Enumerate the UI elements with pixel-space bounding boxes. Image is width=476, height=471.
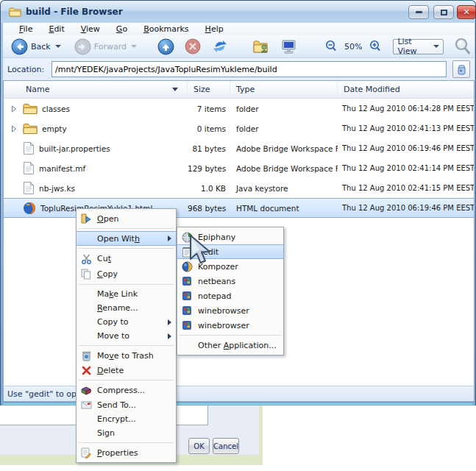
file-type: folder [230,124,338,133]
status-bar: Use "gedit" to open [3,386,475,402]
zoom-out-button[interactable] [322,38,340,54]
context-move-to-trash[interactable]: Move to Trash [77,348,176,363]
location-edit-button[interactable] [452,60,470,78]
context-open[interactable]: Open [77,211,176,226]
open-with-notepad[interactable]: notepad [177,288,283,303]
context-copy-to[interactable]: Copy to [77,315,176,329]
file-type: HTML document [230,204,338,213]
reload-button[interactable] [209,36,231,57]
view-mode-select[interactable]: List View [393,39,444,54]
context-compress[interactable]: Compress... [77,383,176,397]
list-header: Name Size Type Date Modified [4,81,474,99]
file-size: 1.0 KB [188,184,230,193]
menubar: File Edit View Go Bookmarks Help [3,23,475,35]
table-row[interactable]: nb-jws.ks 1.0 KB Java keystore Thu 12 Au… [4,178,474,198]
expander-icon[interactable] [10,125,18,132]
menu-file[interactable]: File [13,24,39,35]
location-input[interactable]: /mnt/YEDEK/javaProjects/JavaTopluResimYu… [51,61,447,77]
context-send-to[interactable]: Send To... [77,397,176,412]
file-size: 0 items [188,124,230,133]
stop-button[interactable] [182,37,203,56]
trash-icon [79,350,93,361]
maximize-button[interactable] [433,5,454,19]
context-rename[interactable]: Rename... [77,301,176,315]
ok-button[interactable]: OK [188,438,210,454]
minimize-button[interactable] [408,5,429,19]
file-type: Java keystore [230,184,338,193]
context-make-link[interactable]: Make Link [77,287,176,301]
context-open-with[interactable]: Open With [77,231,176,246]
file-modified: Thu 12 Aug 2010 06:19:46 PM EEST [338,204,474,212]
table-row[interactable]: classes 7 items folder Thu 12 Aug 2010 0… [4,99,474,118]
windows-app-icon [180,275,193,287]
zoom-in-button[interactable] [366,38,384,54]
location-edit-icon [457,64,466,75]
context-delete[interactable]: Delete [77,363,176,378]
menu-help[interactable]: Help [199,24,230,35]
forward-button[interactable]: Forward [72,37,139,57]
close-icon: ✕ [463,7,469,17]
context-move-to[interactable]: Move to [77,329,176,343]
copy-icon [79,269,93,280]
context-sign[interactable]: Sign [77,426,176,440]
menu-separator [78,248,174,249]
forward-label: Forward [94,42,127,52]
file-name: classes [42,105,70,113]
open-with-winebrowser[interactable]: winebrowser [177,303,283,318]
reload-icon [211,38,229,55]
up-button[interactable] [155,37,177,57]
table-row-selected[interactable]: TopluResimResimYukle1.html 968 bytes HTM… [4,198,474,218]
context-cut[interactable]: Cut [77,251,176,266]
column-header-size[interactable]: Size [188,81,230,98]
menu-edit[interactable]: Edit [42,24,71,35]
context-copy[interactable]: Copy [77,266,176,282]
view-mode-dropdown-icon [433,45,439,48]
window-folder-icon [9,6,22,18]
column-header-name[interactable]: Name [4,81,188,98]
open-with-winebrowser-2[interactable]: winebrowser [177,318,283,333]
file-type: folder [230,105,338,113]
submenu-arrow-icon [168,319,171,325]
menu-view[interactable]: View [74,24,107,35]
search-button[interactable] [451,35,475,57]
toolbar: Back Forward 50% List Vi [3,35,475,58]
menu-separator [78,228,174,229]
sort-descending-icon [172,88,178,91]
table-row[interactable]: manifest.mf 129 bytes Adobe Bridge Works… [4,158,474,178]
home-folder-icon [252,38,270,54]
context-encrypt[interactable]: Encrypt... [77,412,176,426]
windows-app-icon [180,305,193,316]
column-header-type[interactable]: Type [230,81,338,98]
forward-dropdown-icon [131,45,137,48]
back-button[interactable]: Back [9,37,63,57]
file-name: nb-jws.ks [39,184,75,193]
expander-icon[interactable] [10,105,18,113]
document-icon [23,161,35,175]
location-label: Location: [7,65,46,74]
titlebar[interactable]: build - File Browser ✕ [1,1,475,23]
desktop-button[interactable] [278,37,300,56]
open-with-netbeans[interactable]: netbeans [177,274,283,288]
context-menu: Open Open With Cut Copy Make Link Rename… [76,208,177,463]
table-row[interactable]: built-jar.properties 81 bytes Adobe Brid… [4,138,474,158]
view-mode-value: List View [397,37,432,56]
menu-separator [78,442,174,443]
window-title: build - File Browser [26,7,123,17]
column-header-modified[interactable]: Date Modified [338,81,474,98]
windows-app-icon [180,290,193,302]
open-with-other-application[interactable]: Other Application... [177,338,283,353]
home-button[interactable] [250,37,272,56]
menu-separator [78,345,174,346]
desktop-icon [280,38,298,54]
back-label: Back [31,42,51,52]
context-properties[interactable]: Properties [77,445,176,460]
file-type: Adobe Bridge Workspace File [230,164,338,173]
cancel-button[interactable]: Cancel [213,438,239,454]
document-icon [23,181,35,195]
menu-go[interactable]: Go [110,24,134,35]
close-button[interactable]: ✕ [457,5,476,19]
zoom-in-icon [369,40,382,53]
status-text: Use "gedit" to open [7,389,87,399]
table-row[interactable]: empty 0 items folder Thu 12 Aug 2010 02:… [4,118,474,138]
menu-bookmarks[interactable]: Bookmarks [137,24,195,35]
